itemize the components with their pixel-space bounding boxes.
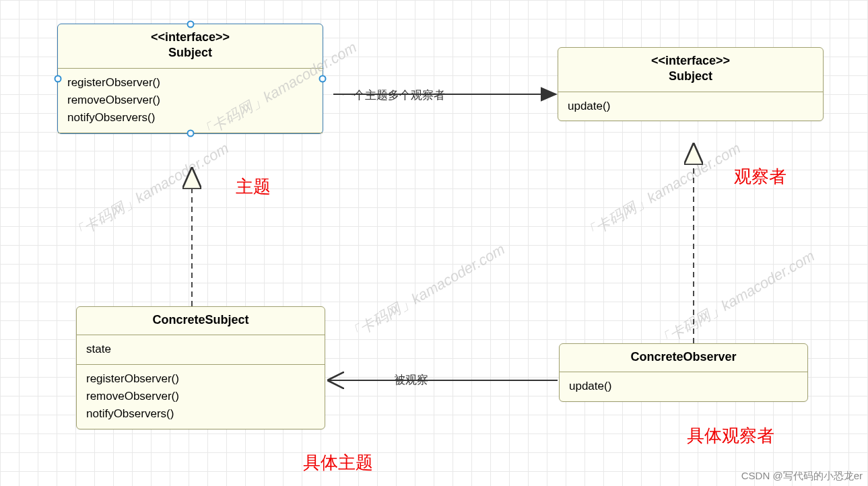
method-item: removeObserver()	[67, 92, 313, 109]
subject-methods: registerObserver() removeObserver() noti…	[58, 69, 323, 133]
concrete-subject-box[interactable]: ConcreteSubject state registerObserver()…	[76, 306, 325, 429]
subject-stereo: <<interface>>	[65, 30, 316, 45]
method-item: update()	[569, 378, 798, 395]
observer-interface-header: <<interface>> Subject	[558, 48, 823, 92]
subject-interface-box[interactable]: <<interface>> Subject registerObserver()…	[57, 24, 323, 134]
watermark: 「卡码网」kamacoder.com	[67, 139, 232, 246]
concrete-observer-header: ConcreteObserver	[560, 344, 807, 372]
concrete-subject-header: ConcreteSubject	[77, 307, 325, 335]
subject-name: Subject	[65, 45, 316, 61]
resize-handle-left[interactable]	[55, 75, 62, 82]
concrete-observer-box[interactable]: ConcreteObserver update()	[559, 343, 808, 402]
attr-item: state	[86, 341, 315, 358]
method-item: notifyObservers()	[67, 109, 313, 127]
credit-text: CSDN @写代码的小恐龙er	[741, 470, 863, 483]
concrete-subject-attrs: state	[77, 335, 325, 364]
watermark: 「卡码网」kamacoder.com	[343, 240, 508, 347]
label-subject: 主题	[236, 175, 271, 199]
observer-methods: update()	[558, 92, 823, 120]
concrete-observer-methods: update()	[560, 372, 807, 401]
observer-interface-box[interactable]: <<interface>> Subject update()	[558, 47, 824, 121]
concrete-subject-name: ConcreteSubject	[84, 312, 318, 328]
resize-handle-top[interactable]	[187, 21, 194, 28]
method-item: notifyObservers()	[86, 405, 315, 423]
method-item: registerObserver()	[86, 370, 315, 388]
conn-label-one-to-many: 一个主题多个观察者	[342, 88, 445, 103]
method-item: removeObserver()	[86, 388, 315, 405]
concrete-subject-methods: registerObserver() removeObserver() noti…	[77, 365, 325, 429]
label-observer: 观察者	[734, 165, 787, 188]
watermark: 「卡码网」kamacoder.com	[579, 139, 744, 246]
watermark: 「卡码网」kamacoder.com	[653, 246, 818, 353]
subject-interface-header: <<interface>> Subject	[58, 24, 323, 69]
conn-label-observed: 被观察	[394, 372, 428, 388]
label-concrete-subject: 具体主题	[303, 451, 373, 475]
label-concrete-observer: 具体观察者	[687, 424, 774, 448]
resize-handle-right[interactable]	[319, 75, 327, 82]
resize-handle-bottom[interactable]	[187, 129, 194, 137]
observer-name: Subject	[565, 69, 816, 84]
observer-stereo: <<interface>>	[565, 53, 816, 69]
method-item: registerObserver()	[67, 74, 313, 92]
concrete-observer-name: ConcreteObserver	[566, 349, 801, 365]
method-item: update()	[568, 98, 813, 115]
